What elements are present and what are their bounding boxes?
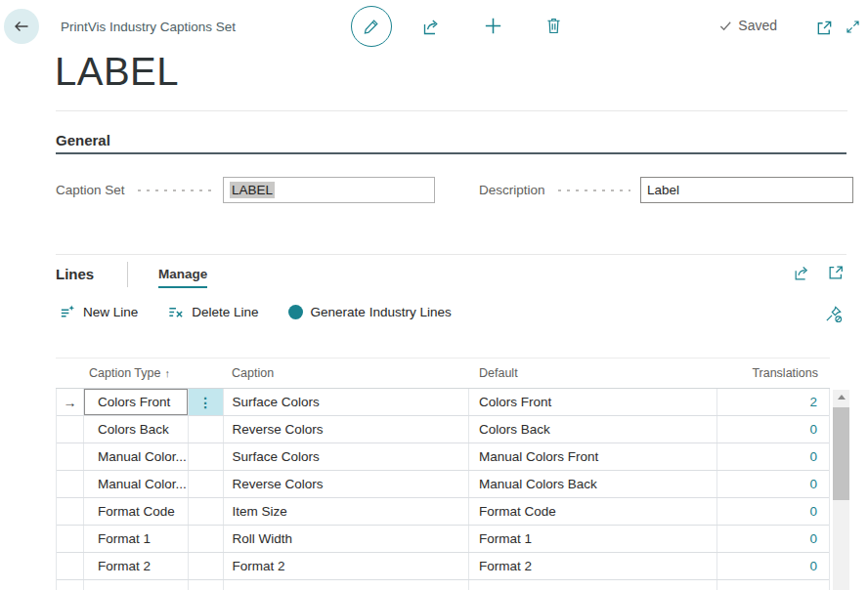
- tab-manage[interactable]: Manage: [158, 267, 207, 288]
- empty-cell: [224, 580, 469, 590]
- description-value: Label: [647, 183, 679, 197]
- caption-type-cell[interactable]: Colors Front: [84, 389, 189, 415]
- table-row[interactable]: Colors BackReverse ColorsColors Back0: [57, 416, 829, 443]
- caption-cell[interactable]: Surface Colors: [224, 389, 469, 415]
- row-ellipsis-menu-icon[interactable]: ⋮: [198, 395, 212, 410]
- caption-cell[interactable]: Surface Colors: [224, 443, 469, 470]
- caption-set-label: Caption Set: [56, 183, 125, 197]
- default-cell[interactable]: Manual Colors Back: [469, 471, 717, 497]
- caption-cell[interactable]: Item Size: [224, 498, 469, 525]
- checkmark-icon: [718, 19, 733, 33]
- table-row[interactable]: Manual Color...Reverse ColorsManual Colo…: [57, 471, 829, 498]
- caption-type-cell[interactable]: Manual Color...: [84, 443, 189, 470]
- generate-industry-lines-button[interactable]: Generate Industry Lines: [288, 305, 452, 319]
- caption-cell[interactable]: Format 2: [224, 553, 469, 579]
- row-selector-cell[interactable]: [57, 526, 84, 552]
- fullscreen-button[interactable]: [845, 19, 861, 35]
- translations-cell: 0: [717, 498, 829, 525]
- row-selector-cell[interactable]: [57, 443, 84, 470]
- dotted-leader: [135, 189, 213, 192]
- translations-cell: 2: [717, 389, 829, 415]
- default-cell[interactable]: Format Code: [469, 498, 717, 525]
- caption-type-cell[interactable]: Manual Color...: [84, 471, 189, 497]
- lines-share-button[interactable]: [793, 264, 811, 282]
- caption-cell[interactable]: Reverse Colors: [224, 416, 469, 442]
- table-row[interactable]: Format 1Roll WidthFormat 10: [57, 526, 829, 553]
- back-arrow-icon: [12, 17, 31, 36]
- translations-link[interactable]: 0: [809, 477, 817, 491]
- default-cell[interactable]: Format 1: [469, 526, 717, 552]
- description-input[interactable]: Label: [640, 177, 853, 203]
- table-row[interactable]: Manual Color...Surface ColorsManual Colo…: [57, 443, 829, 471]
- translations-link[interactable]: 0: [809, 504, 817, 519]
- translations-link[interactable]: 0: [809, 422, 817, 437]
- default-cell[interactable]: Manual Colors Front: [469, 443, 717, 470]
- row-selector-cell[interactable]: [57, 416, 84, 442]
- header-caption-type[interactable]: Caption Type ↑: [83, 366, 223, 380]
- caption-set-field: Caption Set LABEL: [56, 177, 435, 203]
- open-in-new-window-icon: [815, 19, 834, 37]
- generate-label: Generate Industry Lines: [311, 305, 452, 319]
- general-section-heading[interactable]: General: [56, 132, 110, 148]
- page-title: LABEL: [55, 50, 179, 94]
- share-icon: [421, 17, 442, 37]
- empty-cell: [469, 580, 717, 590]
- row-menu-cell[interactable]: [189, 553, 224, 579]
- header-caption[interactable]: Caption: [223, 366, 469, 380]
- row-selector-cell[interactable]: [57, 498, 84, 525]
- save-status: Saved: [718, 18, 777, 33]
- translations-link[interactable]: 2: [809, 395, 817, 409]
- row-menu-cell[interactable]: [189, 526, 224, 552]
- vertical-scrollbar[interactable]: [833, 390, 849, 590]
- focus-mode-button[interactable]: [827, 264, 845, 282]
- row-menu-cell[interactable]: [189, 471, 224, 497]
- new-line-button[interactable]: New Line: [59, 304, 138, 320]
- new-button[interactable]: [482, 15, 504, 37]
- empty-cell: [717, 580, 829, 590]
- header-default[interactable]: Default: [469, 366, 718, 380]
- caption-cell[interactable]: Reverse Colors: [224, 471, 469, 497]
- empty-cell: [84, 580, 189, 590]
- caption-type-cell[interactable]: Format 1: [84, 526, 189, 552]
- table-row[interactable]: Format 2Format 2Format 20: [57, 553, 829, 580]
- unpin-button[interactable]: [824, 305, 843, 323]
- row-selector-cell[interactable]: [57, 471, 84, 497]
- expand-arrows-icon: [845, 19, 861, 35]
- scrollbar-up-button[interactable]: [833, 390, 849, 404]
- default-cell[interactable]: Colors Front: [469, 389, 717, 415]
- caption-type-cell[interactable]: Format Code: [84, 498, 189, 525]
- translations-link[interactable]: 0: [809, 531, 817, 546]
- table-header-row: Caption Type ↑ Caption Default Translati…: [56, 358, 830, 389]
- table-row[interactable]: →Colors Front⋮Surface ColorsColors Front…: [57, 389, 829, 416]
- caption-cell[interactable]: Roll Width: [224, 526, 469, 552]
- scrollbar-thumb[interactable]: [833, 407, 849, 500]
- edit-button[interactable]: [351, 6, 392, 47]
- translations-link[interactable]: 0: [809, 449, 817, 464]
- current-row-arrow-icon: →: [63, 395, 76, 410]
- caption-set-input[interactable]: LABEL: [223, 177, 435, 203]
- row-menu-cell[interactable]: [189, 416, 224, 442]
- row-selector-cell[interactable]: →: [57, 389, 84, 415]
- row-menu-cell[interactable]: [189, 443, 224, 470]
- saved-label: Saved: [738, 18, 777, 33]
- empty-cell: [189, 580, 224, 590]
- table-row[interactable]: Format CodeItem SizeFormat Code0: [57, 498, 829, 526]
- pin-slash-icon: [824, 305, 843, 323]
- back-button[interactable]: [4, 9, 39, 44]
- caption-type-cell[interactable]: Format 2: [84, 553, 189, 579]
- pencil-icon: [362, 17, 381, 36]
- caption-type-cell[interactable]: Colors Back: [84, 416, 189, 442]
- default-cell[interactable]: Format 2: [469, 553, 717, 579]
- lines-section-heading[interactable]: Lines: [56, 266, 94, 282]
- open-in-new-window-button[interactable]: [815, 19, 834, 37]
- delete-button[interactable]: [543, 16, 564, 36]
- translations-link[interactable]: 0: [809, 559, 817, 573]
- delete-line-button[interactable]: Delete Line: [167, 304, 258, 320]
- share-button[interactable]: [421, 17, 442, 37]
- row-selector-cell[interactable]: [57, 553, 84, 579]
- default-cell[interactable]: Colors Back: [469, 416, 717, 442]
- generate-circle-icon: [288, 305, 303, 319]
- row-menu-cell[interactable]: [189, 498, 224, 525]
- header-translations[interactable]: Translations: [718, 366, 830, 380]
- row-menu-cell[interactable]: ⋮: [189, 389, 224, 415]
